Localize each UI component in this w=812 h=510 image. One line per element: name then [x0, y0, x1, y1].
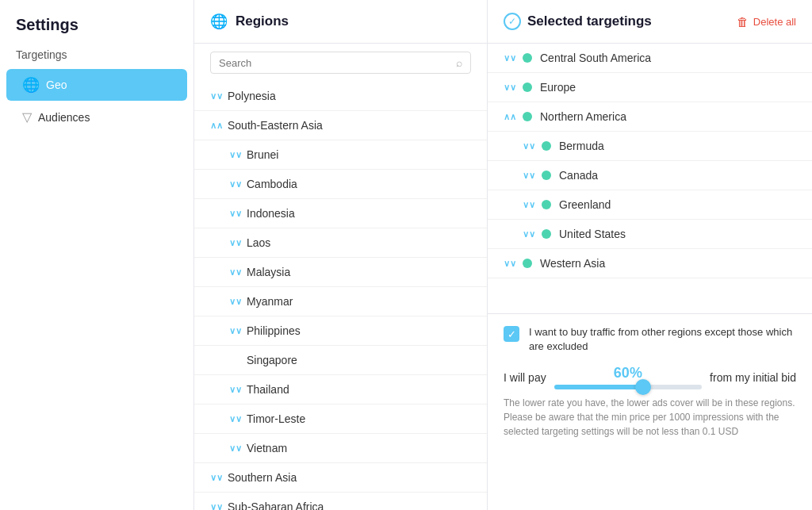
region-row-philippines[interactable]: ∨ Philippines	[194, 316, 487, 346]
region-name: Myanmar	[247, 295, 293, 308]
selected-row-bermuda[interactable]: ∨ Bermuda	[488, 132, 812, 161]
chevron-icon: ∨	[229, 297, 240, 307]
search-box[interactable]: ⌕	[210, 52, 471, 74]
region-name: Sub-Saharan Africa	[228, 500, 324, 510]
regions-list: ∨ Polynesia ∧ South-Eastern Asia ∨ Brune…	[194, 82, 487, 510]
region-row-timor-leste[interactable]: ∨ Timor-Leste	[194, 405, 487, 434]
sidebar-item-geo[interactable]: 🌐 Geo	[6, 69, 187, 101]
selected-name: United States	[559, 228, 626, 240]
dot-icon	[523, 112, 532, 121]
chevron-icon: ∧	[504, 112, 515, 122]
chevron-icon: ∨	[229, 326, 240, 336]
chevron-icon: ∨	[229, 238, 240, 248]
chevron-icon: ∨	[523, 141, 534, 151]
chevron-icon: ∨	[229, 385, 240, 395]
chevron-icon: ∨	[210, 473, 221, 483]
region-row-indonesia[interactable]: ∨ Indonesia	[194, 199, 487, 228]
selected-name: Northern America	[540, 110, 626, 123]
chevron-icon: ∨	[504, 82, 515, 93]
selected-row-united-states[interactable]: ∨ United States	[488, 220, 812, 249]
check-circle-icon: ✓	[504, 13, 521, 30]
region-row-south-eastern-asia[interactable]: ∧ South-Eastern Asia	[194, 111, 487, 140]
search-input[interactable]	[219, 57, 451, 69]
search-icon[interactable]: ⌕	[456, 56, 462, 69]
dot-icon	[542, 200, 551, 209]
dot-icon	[542, 141, 551, 151]
selected-name: Greenland	[559, 198, 611, 211]
slider-percent: 60%	[614, 365, 642, 382]
selected-row-canada[interactable]: ∨ Canada	[488, 161, 812, 190]
settings-title: Settings	[0, 16, 193, 42]
trash-icon: 🗑	[737, 15, 749, 29]
region-name: Malaysia	[247, 266, 290, 278]
chevron-icon: ∨	[210, 91, 221, 102]
chevron-icon: ∨	[523, 171, 534, 181]
region-row-malaysia[interactable]: ∨ Malaysia	[194, 258, 487, 287]
region-row-singapore[interactable]: Singapore	[194, 346, 487, 375]
chevron-icon: ∨	[229, 179, 240, 190]
region-row-southern-asia[interactable]: ∨ Southern Asia	[194, 463, 487, 493]
sidebar-item-audiences[interactable]: ▽ Audiences	[6, 102, 187, 132]
region-name: Polynesia	[228, 90, 276, 102]
main-content: 🌐 Regions ⌕ ∨ Polynesia ∧ South-Eastern …	[194, 0, 812, 510]
regions-panel: 🌐 Regions ⌕ ∨ Polynesia ∧ South-Eastern …	[194, 0, 488, 510]
delete-all-button[interactable]: 🗑 Delete all	[737, 15, 796, 29]
region-name: Timor-Leste	[247, 412, 305, 425]
region-name: Indonesia	[247, 207, 295, 220]
region-row-vietnam[interactable]: ∨ Vietnam	[194, 434, 487, 463]
region-row-cambodia[interactable]: ∨ Cambodia	[194, 170, 487, 199]
region-row-brunei[interactable]: ∨ Brunei	[194, 140, 487, 170]
chevron-icon: ∨	[229, 443, 240, 454]
dot-icon	[542, 171, 551, 180]
selected-list: ∨ Central South America ∨ Europe ∧ North…	[488, 44, 812, 313]
chevron-icon: ∨	[504, 53, 515, 63]
selected-row-europe[interactable]: ∨ Europe	[488, 73, 812, 102]
region-name: Thailand	[247, 383, 289, 396]
region-row-sub-saharan-africa[interactable]: ∨ Sub-Saharan Africa	[194, 493, 487, 510]
region-name: Vietnam	[247, 442, 287, 454]
checkbox-row: ✓ I want to buy traffic from other regio…	[504, 325, 796, 354]
chevron-icon: ∨	[523, 200, 534, 210]
selected-panel: ✓ Selected targetings 🗑 Delete all ∨ Cen…	[488, 0, 812, 510]
selected-name: Western Asia	[540, 257, 605, 270]
exclude-checkbox[interactable]: ✓	[504, 326, 519, 342]
selected-name: Central South America	[540, 52, 651, 64]
region-row-myanmar[interactable]: ∨ Myanmar	[194, 287, 487, 316]
slider-row: I will pay 60% from my initial bid	[504, 365, 796, 389]
selected-header: ✓ Selected targetings 🗑 Delete all	[488, 0, 812, 44]
selected-row-greenland[interactable]: ∨ Greenland	[488, 190, 812, 220]
selected-title: Selected targetings	[527, 13, 652, 29]
slider-thumb[interactable]	[635, 379, 651, 395]
slider-right-label: from my initial bid	[710, 371, 796, 384]
dot-icon	[542, 229, 551, 239]
geo-label: Geo	[46, 79, 67, 91]
region-row-polynesia[interactable]: ∨ Polynesia	[194, 82, 487, 111]
selected-row-central-south-america[interactable]: ∨ Central South America	[488, 44, 812, 73]
region-name: Southern Asia	[228, 471, 297, 484]
sidebar: Settings Targetings 🌐 Geo ▽ Audiences	[0, 0, 194, 510]
dot-icon	[523, 82, 532, 92]
slider-wrapper: 60%	[554, 365, 702, 389]
bottom-section: ✓ I want to buy traffic from other regio…	[488, 313, 812, 450]
chevron-icon: ∨	[523, 229, 534, 240]
audiences-label: Audiences	[38, 111, 90, 124]
slider-track[interactable]	[554, 385, 702, 389]
region-name: Cambodia	[247, 178, 297, 190]
chevron-icon: ∨	[504, 259, 515, 269]
dot-icon	[523, 53, 532, 63]
chevron-icon: ∨	[229, 414, 240, 424]
region-row-laos[interactable]: ∨ Laos	[194, 228, 487, 258]
delete-all-label: Delete all	[753, 16, 796, 28]
selected-name: Canada	[559, 169, 598, 182]
globe-icon: 🌐	[22, 76, 40, 94]
region-row-thailand[interactable]: ∨ Thailand	[194, 375, 487, 405]
region-name: Brunei	[247, 148, 278, 161]
checkbox-label: I want to buy traffic from other regions…	[529, 325, 796, 354]
targetings-section: Targetings	[0, 42, 193, 67]
chevron-icon: ∧	[210, 121, 221, 131]
region-name: Laos	[247, 236, 270, 249]
selected-row-northern-america[interactable]: ∧ Northern America	[488, 102, 812, 132]
selected-name: Europe	[540, 81, 576, 94]
selected-row-western-asia[interactable]: ∨ Western Asia	[488, 249, 812, 278]
region-name: Singapore	[247, 354, 297, 366]
